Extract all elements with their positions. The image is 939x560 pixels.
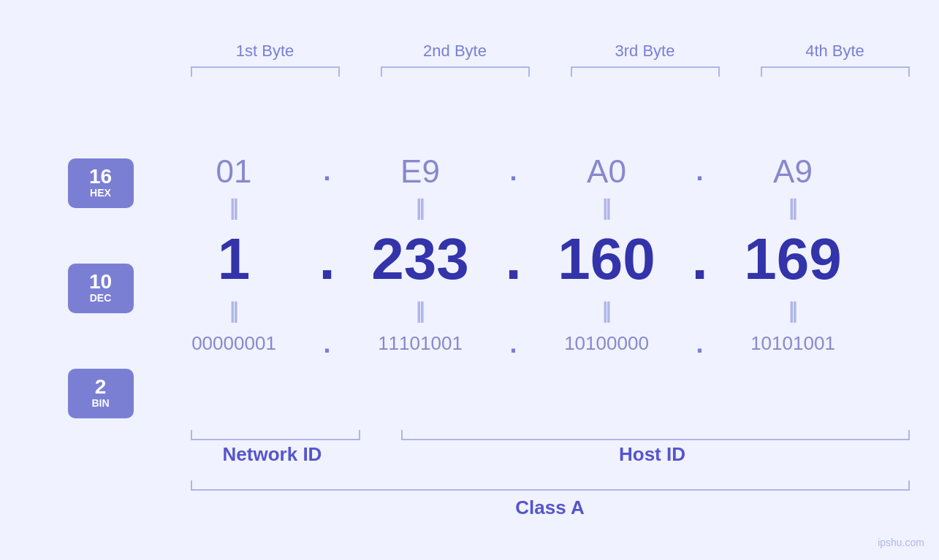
bracket-1 — [191, 66, 340, 81]
dot-1-dec: . — [313, 226, 342, 293]
dot-1-bin: . — [313, 329, 342, 359]
hex-val-4: A9 — [715, 153, 872, 190]
hex-badge: 16 HEX — [68, 158, 134, 208]
bracket-3 — [571, 66, 720, 81]
byte-labels-row: 1st Byte 2nd Byte 3rd Byte 4th Byte — [112, 42, 916, 61]
bottom-section: Network ID Host ID — [112, 426, 916, 466]
dot-2-hex: . — [499, 156, 528, 187]
equals-row-1: ‖ ‖ ‖ ‖ — [156, 194, 872, 221]
byte-label-3: 3rd Byte — [565, 42, 726, 61]
host-id-label: Host ID — [389, 443, 916, 466]
eq-2-1: ‖ — [156, 299, 313, 323]
bin-badge: 2 BIN — [68, 369, 134, 418]
eq-2-3: ‖ — [528, 299, 685, 323]
hex-val-3: A0 — [528, 153, 685, 190]
equals-row-2: ‖ ‖ ‖ ‖ — [156, 297, 872, 324]
top-brackets-row — [112, 66, 916, 81]
hex-val-2: E9 — [342, 153, 499, 190]
bin-val-1: 00000001 — [156, 332, 313, 355]
watermark: ipshu.com — [878, 537, 924, 548]
dec-val-3: 160 — [528, 226, 685, 293]
network-id-label: Network ID — [185, 443, 360, 466]
values-grid: 01 . E9 . A0 . A9 ‖ ‖ — [156, 149, 872, 364]
dot-3-bin: . — [685, 329, 715, 359]
dec-row: 1 . 233 . 160 . 169 — [156, 221, 872, 297]
bin-val-4: 10101001 — [715, 332, 872, 355]
eq-2-4: ‖ — [715, 299, 872, 323]
class-label: Class A — [185, 496, 916, 519]
dot-2-dec: . — [499, 226, 528, 293]
dec-val-1: 1 — [156, 226, 313, 293]
dot-3-dec: . — [685, 226, 715, 293]
byte-label-1: 1st Byte — [185, 42, 346, 61]
bracket-2 — [381, 66, 530, 81]
eq-1-4: ‖ — [715, 196, 872, 220]
dec-val-2: 233 — [342, 226, 499, 293]
dot-2-bin: . — [499, 329, 528, 359]
eq-1-1: ‖ — [156, 196, 313, 220]
bin-row: 00000001 . 11101001 . 10100000 . 1010100… — [156, 324, 872, 364]
dot-3-hex: . — [685, 156, 715, 187]
content-area: 16 HEX 10 DEC 2 BIN 01 — [68, 94, 872, 418]
base-labels: 16 HEX 10 DEC 2 BIN — [68, 94, 141, 418]
eq-1-3: ‖ — [528, 196, 685, 220]
dec-val-4: 169 — [715, 226, 872, 293]
class-row: Class A — [112, 476, 916, 519]
eq-1-2: ‖ — [342, 196, 499, 220]
byte-label-4: 4th Byte — [755, 42, 916, 61]
bin-val-3: 10100000 — [528, 332, 685, 355]
bracket-4 — [761, 66, 910, 81]
dot-1-hex: . — [313, 156, 342, 187]
hex-val-1: 01 — [156, 153, 313, 190]
byte-label-2: 2nd Byte — [375, 42, 536, 61]
hex-row: 01 . E9 . A0 . A9 — [156, 149, 872, 194]
dec-badge: 10 DEC — [68, 264, 134, 313]
bin-val-2: 11101001 — [342, 332, 499, 355]
eq-2-2: ‖ — [342, 299, 499, 323]
main-container: 1st Byte 2nd Byte 3rd Byte 4th Byte 16 H… — [68, 42, 872, 519]
